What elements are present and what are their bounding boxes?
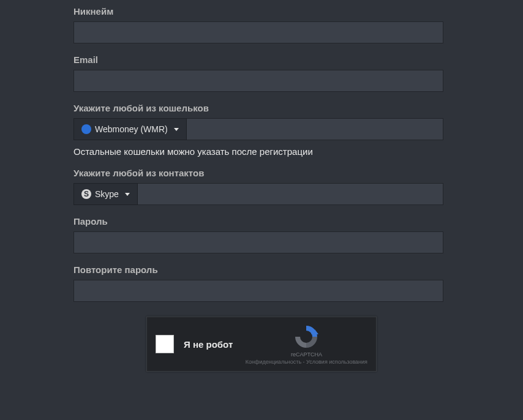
field-email: Email — [73, 54, 443, 92]
contact-dropdown[interactable]: S Skype — [73, 183, 138, 205]
wallet-hint: Остальные кошельки можно указать после р… — [73, 146, 443, 157]
contact-selected: Skype — [95, 189, 119, 199]
field-password: Пароль — [73, 216, 443, 253]
nickname-input[interactable] — [73, 21, 443, 43]
wallet-selected: Webmoney (WMR) — [95, 124, 168, 134]
chevron-down-icon — [125, 193, 130, 196]
field-nickname: Никнейм — [73, 6, 443, 43]
wallet-input[interactable] — [187, 118, 443, 140]
password-repeat-input[interactable] — [73, 280, 443, 302]
wallet-label: Укажите любой из кошельков — [73, 103, 443, 113]
password-label: Пароль — [73, 216, 443, 227]
recaptcha-links[interactable]: Конфиденциальность - Условия использован… — [246, 359, 367, 365]
contact-input[interactable] — [138, 183, 443, 205]
skype-icon: S — [81, 189, 91, 199]
recaptcha-brand: reCAPTCHA — [246, 351, 367, 358]
password-input[interactable] — [73, 231, 443, 253]
recaptcha-branding: reCAPTCHA Конфиденциальность - Условия и… — [246, 323, 367, 365]
contact-label: Укажите любой из контактов — [73, 168, 443, 178]
nickname-label: Никнейм — [73, 6, 443, 17]
password-repeat-label: Повторите пароль — [73, 264, 443, 275]
field-password-repeat: Повторите пароль — [73, 264, 443, 302]
email-input[interactable] — [73, 70, 443, 92]
recaptcha-label: Я не робот — [184, 339, 246, 350]
webmoney-icon — [81, 124, 91, 134]
chevron-down-icon — [174, 128, 179, 131]
field-contact: Укажите любой из контактов S Skype — [73, 168, 443, 205]
recaptcha-container: Я не робот reCAPTCHA Конфиденциальность … — [0, 317, 523, 372]
email-label: Email — [73, 54, 443, 65]
recaptcha-checkbox[interactable] — [156, 335, 174, 353]
recaptcha-logo-icon — [293, 323, 320, 350]
recaptcha-widget: Я не робот reCAPTCHA Конфиденциальность … — [146, 317, 377, 372]
registration-form: Никнейм Email Укажите любой из кошельков… — [0, 0, 523, 372]
wallet-dropdown[interactable]: Webmoney (WMR) — [73, 118, 187, 140]
field-wallet: Укажите любой из кошельков Webmoney (WMR… — [73, 103, 443, 157]
